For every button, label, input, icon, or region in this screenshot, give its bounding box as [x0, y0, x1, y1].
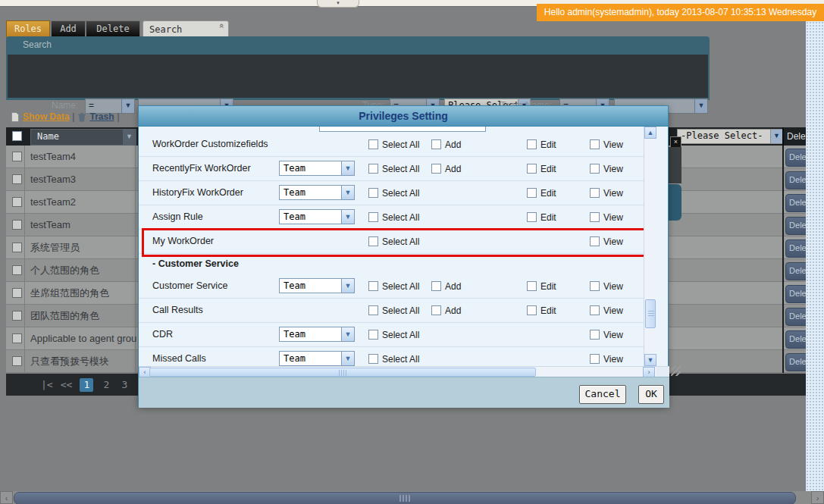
row-checkbox[interactable]	[12, 174, 22, 184]
privilege-row: HistoryFix WorkOrderTeam▼Select AllEditV…	[139, 181, 656, 205]
scope-select[interactable]: Team▼	[279, 209, 355, 224]
trash-link[interactable]: Trash	[89, 111, 114, 122]
privilege-row: My WorkOrderSelect AllView	[139, 230, 656, 254]
scope-select[interactable]: Team▼	[279, 161, 355, 176]
pagination-page[interactable]: 1	[80, 378, 93, 392]
dialog-vertical-scrollbar[interactable]: ▲ ▼	[644, 127, 656, 366]
column-filter-select[interactable]: -Please Select- ▼	[677, 129, 783, 144]
row-delete-button[interactable]: Delete	[785, 285, 806, 303]
resize-grip-icon[interactable]	[671, 366, 681, 376]
add-button[interactable]: Add	[51, 20, 86, 38]
select-all-checkbox[interactable]	[368, 236, 378, 246]
chevron-down-icon: ▼	[341, 327, 354, 341]
row-checkbox[interactable]	[12, 265, 22, 275]
show-data-link[interactable]: Show Data	[23, 111, 69, 122]
row-delete-button[interactable]: Delete	[785, 308, 806, 326]
chevron-down-icon: ▼	[770, 130, 782, 143]
row-checkbox[interactable]	[12, 152, 22, 161]
edit-checkbox[interactable]	[527, 188, 537, 198]
pagination-first[interactable]: |<	[41, 379, 53, 390]
edit-checkbox[interactable]	[527, 212, 537, 222]
pagination-page[interactable]: 3	[119, 379, 130, 390]
search-filter-panel: Search	[6, 36, 710, 100]
row-delete-button[interactable]: Delete	[785, 217, 806, 235]
row-checkbox[interactable]	[12, 220, 22, 230]
chevron-down-icon: ▼	[694, 99, 707, 113]
pagination-prev[interactable]: <<	[61, 379, 73, 390]
pagination-page[interactable]: 2	[101, 379, 111, 390]
row-delete-button[interactable]: Delete	[785, 353, 806, 371]
row-checkbox[interactable]	[12, 311, 22, 321]
row-delete-button[interactable]: Delete	[785, 194, 806, 212]
scope-select[interactable]: Team▼	[279, 278, 355, 293]
add-label: Add	[445, 139, 461, 150]
edit-checkbox[interactable]	[527, 139, 537, 149]
row-delete-button[interactable]: Delete	[785, 149, 806, 167]
delete-button[interactable]: Delete	[86, 20, 140, 38]
row-delete-button[interactable]: Delete	[785, 171, 806, 189]
select-all-checkbox[interactable]	[368, 354, 378, 364]
row-checkbox[interactable]	[12, 333, 22, 343]
edit-checkbox[interactable]	[527, 305, 537, 315]
select-all-checkbox[interactable]	[368, 212, 378, 222]
view-checkbox[interactable]	[590, 236, 600, 246]
view-checkbox[interactable]	[590, 188, 600, 198]
scope-select[interactable]: Team▼	[279, 351, 355, 366]
scroll-up-icon[interactable]: ▲	[644, 127, 656, 139]
scroll-down-icon[interactable]: ▼	[644, 354, 656, 366]
row-checkbox[interactable]	[12, 197, 22, 207]
row-checkbox[interactable]	[12, 288, 22, 298]
row-delete-button[interactable]: Delete	[785, 262, 806, 280]
tab-roles[interactable]: Roles	[6, 20, 50, 38]
panel-collapse-tab[interactable]: ▼	[317, 0, 359, 8]
role-name: 只查看预拨号模块	[30, 350, 136, 372]
scrollbar-thumb[interactable]	[14, 492, 796, 504]
cancel-button[interactable]: Cancel	[579, 385, 626, 404]
scope-select[interactable]: Team▼	[279, 185, 355, 200]
horizontal-page-scrollbar[interactable]: ‹ ›	[0, 491, 824, 504]
view-checkbox[interactable]	[590, 212, 600, 222]
dialog-titlebar[interactable]: Privileges Setting	[139, 106, 668, 127]
edit-checkbox[interactable]	[527, 164, 537, 174]
column-divider	[782, 214, 784, 236]
scrollbar-corner	[656, 367, 669, 377]
scroll-right-icon[interactable]: ›	[643, 367, 655, 377]
view-label: View	[603, 330, 623, 340]
select-all-checkbox[interactable]	[368, 188, 378, 198]
select-all-checkbox[interactable]	[368, 164, 378, 174]
dialog-horizontal-scrollbar[interactable]: ‹ ›	[139, 366, 669, 377]
column-filter-value: -Please Select-	[678, 130, 770, 143]
view-checkbox[interactable]	[590, 164, 600, 174]
add-checkbox[interactable]	[431, 139, 441, 149]
view-checkbox[interactable]	[590, 281, 600, 291]
select-all-rows-checkbox[interactable]	[12, 131, 22, 141]
select-all-label: Select All	[382, 330, 419, 340]
view-checkbox[interactable]	[590, 305, 600, 315]
edit-checkbox[interactable]	[527, 281, 537, 291]
column-divider	[24, 214, 25, 236]
scope-value: Team	[280, 327, 341, 341]
scroll-left-icon[interactable]: ‹	[0, 491, 13, 504]
view-checkbox[interactable]	[590, 139, 600, 149]
view-checkbox[interactable]	[590, 354, 600, 364]
row-checkbox[interactable]	[12, 356, 22, 366]
scroll-right-icon[interactable]: ›	[811, 491, 824, 504]
add-checkbox[interactable]	[431, 164, 441, 174]
add-checkbox[interactable]	[431, 305, 441, 315]
search-section-combo[interactable]: Search «	[143, 20, 229, 38]
select-all-checkbox[interactable]	[368, 281, 378, 291]
name-column-select[interactable]: Name ▼	[30, 129, 136, 146]
scrollbar-thumb[interactable]	[645, 299, 656, 328]
view-checkbox[interactable]	[590, 330, 600, 340]
select-all-checkbox[interactable]	[368, 139, 378, 149]
row-delete-button[interactable]: Delete	[785, 330, 806, 349]
close-icon[interactable]: ×	[670, 136, 681, 148]
ok-button[interactable]: OK	[638, 385, 664, 404]
row-delete-button[interactable]: Delete	[785, 239, 806, 258]
select-all-checkbox[interactable]	[368, 305, 378, 315]
scrollbar-thumb[interactable]	[149, 368, 536, 377]
add-checkbox[interactable]	[431, 281, 441, 291]
scope-select[interactable]: Team▼	[279, 327, 355, 342]
row-checkbox[interactable]	[12, 243, 22, 252]
select-all-checkbox[interactable]	[368, 330, 378, 340]
